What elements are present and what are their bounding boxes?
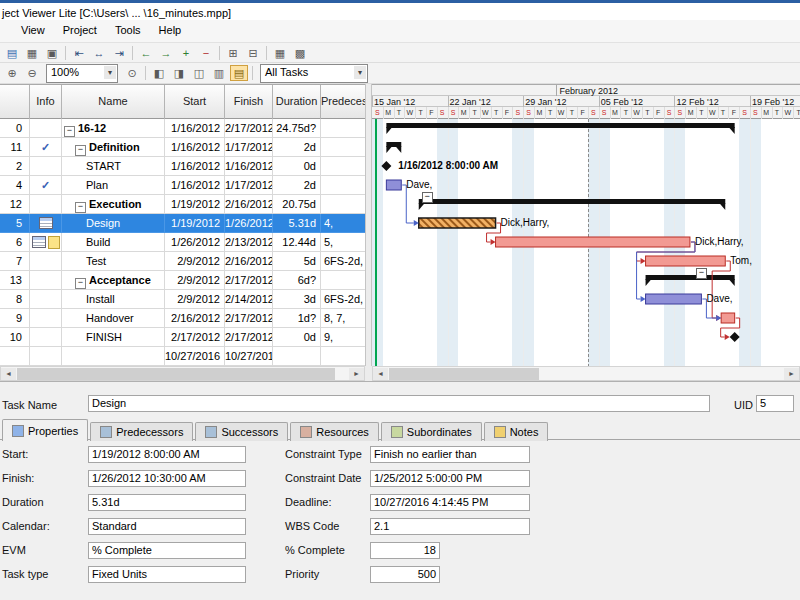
task-name-cell[interactable]: −Definition [62,138,165,157]
task-row-test[interactable]: 7Test2/9/20122/16/20125d6FS-2d, [0,252,365,271]
constraint-type-field[interactable]: Finish no earlier than [370,446,530,463]
finish-field[interactable]: 1/26/2012 10:30:00 AM [88,470,246,487]
zoom-out-icon[interactable]: ⊖ [23,65,41,81]
gantt-task-bar-install[interactable] [646,294,702,304]
predecessors-cell[interactable]: 9, [321,328,365,347]
finish-cell[interactable]: 10/27/2016 [225,347,273,366]
task-row-plan[interactable]: 4✓Plan1/16/20121/17/20122d [0,176,365,195]
predecessors-cell[interactable]: 5, [321,233,365,252]
summary-endcap-icon[interactable] [729,279,735,286]
start-cell[interactable]: 1/26/2012 [165,233,225,252]
row-id-cell[interactable]: 10 [0,328,30,347]
gantt-milestone-finish[interactable] [730,332,740,342]
start-cell[interactable]: 1/16/2012 [165,176,225,195]
predecessors-cell[interactable] [321,157,365,176]
start-cell[interactable]: 1/16/2012 [165,157,225,176]
start-field[interactable]: 1/19/2012 8:00:00 AM [88,446,246,463]
table-scroll-left-arrow-icon[interactable]: ◄ [1,368,16,380]
filter-combo[interactable]: All Tasks▾ [260,64,368,83]
task-name-cell[interactable]: −Execution [62,195,165,214]
menu-view[interactable]: View [12,20,54,40]
task-name-cell[interactable]: Plan [62,176,165,195]
gantt-task-bar-handover[interactable] [721,313,735,323]
split-task-icon[interactable]: ↔ [90,45,108,61]
finish-cell[interactable]: 1/26/2012 [225,214,273,233]
pane-splitter[interactable] [365,84,372,366]
task-row-definition[interactable]: 11✓−Definition1/16/20121/17/20122d [0,138,365,157]
zoom-combo[interactable]: 100%▾ [46,64,118,83]
summary-endcap-icon[interactable] [719,203,725,210]
collapse-all-icon[interactable]: ⊟ [244,45,262,61]
zoom-in-icon[interactable]: ⊕ [3,65,21,81]
predecessors-cell[interactable] [321,347,365,366]
gantt-summary-bar-16-12[interactable] [386,123,734,128]
start-cell[interactable]: 1/16/2012 [165,138,225,157]
task-name-cell[interactable] [62,347,165,366]
row-id-cell[interactable]: 8 [0,290,30,309]
gantt-scroll-thumb[interactable] [389,368,539,380]
calendar-field[interactable]: Standard [88,518,246,535]
predecessors-cell[interactable] [321,119,365,138]
row-id-cell[interactable]: 0 [0,119,30,138]
table-scroll-thumb[interactable] [17,368,335,380]
gantt-task-bar-plan[interactable] [386,180,401,190]
task-name-cell[interactable]: −Acceptance [62,271,165,290]
start-cell[interactable]: 1/19/2012 [165,195,225,214]
chevron-down-icon[interactable]: ▾ [104,66,116,79]
summary-endcap-icon[interactable] [646,279,652,286]
task-name-field[interactable]: Design [88,395,710,412]
duration-cell[interactable]: 1d? [273,309,321,328]
row-id-cell[interactable] [0,347,30,366]
finish-cell[interactable]: 2/17/2012 [225,309,273,328]
summary-collapse-box[interactable]: − [422,192,433,203]
column-header-predecessors[interactable]: Predecessors [321,85,365,119]
deadline-field[interactable]: 10/27/2016 4:14:45 PM [370,494,530,511]
evm-field[interactable]: % Complete [88,542,246,559]
duration-cell[interactable]: 0d [273,157,321,176]
column-header-info[interactable]: Info [30,85,62,119]
finish-cell[interactable]: 2/13/2012 [225,233,273,252]
complete-field[interactable]: 18 [370,542,440,559]
zoom-select-icon[interactable]: ⊙ [123,65,141,81]
gantt-scroll-right-arrow-icon[interactable]: ► [784,368,799,380]
task-row-blank[interactable]: 10/27/201610/27/2016 [0,347,365,366]
duration-cell[interactable]: 2d [273,176,321,195]
row-id-cell[interactable]: 5 [0,214,30,233]
tab-properties[interactable]: Properties [2,419,88,441]
collapse-toggle[interactable]: − [75,145,86,156]
task-name-cell[interactable]: Build [62,233,165,252]
duration-cell[interactable]: 0d [273,328,321,347]
duration-cell[interactable]: 20.75d [273,195,321,214]
duration-cell[interactable]: 5d [273,252,321,271]
link-tasks-icon[interactable]: ⇤ [70,45,88,61]
view-split-icon[interactable]: ◫ [190,65,208,81]
row-id-cell[interactable]: 11 [0,138,30,157]
task-row-start[interactable]: 2START1/16/20121/16/20120d [0,157,365,176]
tab-successors[interactable]: Successors [195,422,288,441]
duration-cell[interactable] [273,347,321,366]
unlink-tasks-icon[interactable]: ⇥ [110,45,128,61]
start-cell[interactable]: 10/27/2016 [165,347,225,366]
finish-cell[interactable]: 2/17/2012 [225,328,273,347]
print-preview-icon[interactable]: ▣ [43,45,61,61]
gantt-task-bar-design[interactable] [419,218,496,228]
gantt-summary-bar-execution[interactable] [419,199,726,204]
task-row-install[interactable]: 8Install2/9/20122/14/20123d6FS-2d, [0,290,365,309]
task-row-16-12[interactable]: 0−16-121/16/20122/17/201224.75d? [0,119,365,138]
row-id-cell[interactable]: 9 [0,309,30,328]
predecessors-cell[interactable]: 4, [321,214,365,233]
predecessors-cell[interactable] [321,195,365,214]
predecessors-cell[interactable] [321,138,365,157]
task-name-cell[interactable]: START [62,157,165,176]
row-id-cell[interactable]: 2 [0,157,30,176]
task-name-cell[interactable]: Handover [62,309,165,328]
menu-tools[interactable]: Tools [106,20,150,40]
menu-help[interactable]: Help [150,20,191,40]
duration-cell[interactable]: 12.44d [273,233,321,252]
task-name-cell[interactable]: Install [62,290,165,309]
start-cell[interactable]: 2/9/2012 [165,290,225,309]
summary-collapse-box[interactable]: − [696,268,707,279]
finish-cell[interactable]: 2/16/2012 [225,195,273,214]
row-id-cell[interactable]: 13 [0,271,30,290]
view-right-icon[interactable]: ◨ [170,65,188,81]
